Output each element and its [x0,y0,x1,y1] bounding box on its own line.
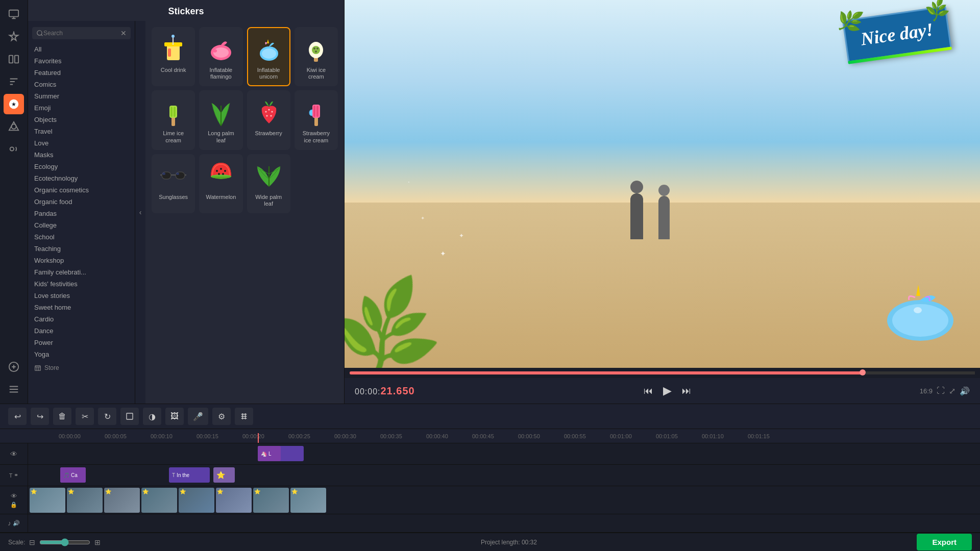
sidebar-icon-motion[interactable] [4,139,24,159]
video-thumb-3[interactable]: ⭐ [104,488,140,513]
category-yoga[interactable]: Yoga [28,348,135,360]
category-college[interactable]: College [28,219,135,231]
audio-clip-ca[interactable]: 🎵 Ca [60,467,86,483]
text-clip-inthe[interactable]: T In the [169,467,210,483]
sidebar-icon-shapes[interactable] [4,116,24,137]
sticker-sunglasses[interactable]: Sunglasses [152,154,195,213]
sidebar-icon-transitions[interactable] [4,49,24,69]
category-featured[interactable]: Featured [28,67,135,79]
category-workshop[interactable]: Workshop [28,255,135,266]
ruler-mark-35: 00:00:35 [380,433,426,439]
video-track-eye-icon[interactable]: 👁 [11,492,17,500]
sidebar-icon-magic[interactable] [4,27,24,47]
category-emoji[interactable]: Emoji [28,102,135,114]
sticker-cool-drink[interactable]: Cool drink [152,27,195,86]
effects-button[interactable] [235,408,253,425]
video-thumb-1[interactable]: ⭐ [30,488,65,513]
ruler-mark-105: 00:01:05 [656,433,702,439]
mic-button[interactable]: 🎤 [188,408,208,425]
category-all[interactable]: All [28,43,135,55]
category-organic-cosmetics[interactable]: Organic cosmetics [28,184,135,196]
category-cardio[interactable]: Cardio [28,313,135,325]
category-love[interactable]: Love [28,137,135,149]
sticker-inflatable-flamingo[interactable]: Inflatable flamingo [199,27,242,86]
play-button[interactable]: ▶ [661,382,674,399]
video-thumb-4[interactable]: ⭐ [141,488,177,513]
sidebar-icon-stickers[interactable]: ★ [4,94,24,114]
skip-to-end-button[interactable]: ⏭ [680,384,693,398]
progress-track[interactable] [350,371,975,374]
sticker-strawberry[interactable]: Strawberry [247,90,290,149]
sidebar-icon-lines[interactable] [4,379,24,399]
audio-volume-icon[interactable]: 🔊 [13,520,20,527]
sticker-watermelon[interactable]: Watermelon [199,154,242,213]
cut-button[interactable]: ✂ [76,408,94,425]
category-family[interactable]: Family celebrati... [28,266,135,278]
audio-track-content [28,514,980,532]
sticker-lime-ice-cream-label: Lime ice cream [158,130,189,143]
category-power[interactable]: Power [28,337,135,348]
category-objects[interactable]: Objects [28,114,135,126]
search-clear-button[interactable]: ✕ [120,29,127,37]
crop-button[interactable] [120,408,139,425]
redo-button[interactable]: ↪ [31,408,49,425]
category-kids[interactable]: Kids' festivities [28,278,135,290]
video-thumb-6[interactable]: ⭐ [216,488,252,513]
sticker-lime-ice-cream[interactable]: Lime ice cream [152,90,195,149]
category-ecology[interactable]: Ecology [28,161,135,172]
category-organic-food[interactable]: Organic food [28,196,135,208]
progress-bar[interactable] [345,368,980,378]
video-thumb-8[interactable]: ⭐ [290,488,326,513]
category-school[interactable]: School [28,231,135,243]
sidebar-icon-text[interactable] [4,71,24,92]
fullscreen-button[interactable]: ⛶ [937,386,945,395]
search-input[interactable] [43,30,120,37]
sticker-kiwi-ice-cream[interactable]: Kiwi ice cream [295,27,338,86]
category-dance[interactable]: Dance [28,325,135,337]
store-button[interactable]: Store [28,360,135,375]
expand-button[interactable]: ⤢ [949,386,955,396]
video-track-lock-icon[interactable]: 🔒 [10,502,17,508]
category-masks[interactable]: Masks [28,149,135,161]
rotate-button[interactable]: ↻ [98,408,116,425]
volume-button[interactable]: 🔊 [960,386,970,396]
category-comics[interactable]: Comics [28,79,135,90]
sticker-strawberry-ice-cream-image [302,96,330,127]
video-thumb-5[interactable]: ⭐ [179,488,214,513]
sticker-wide-palm-leaf[interactable]: Wide palm leaf [247,154,290,213]
video-thumb-7[interactable]: ⭐ [253,488,289,513]
scale-slider[interactable] [39,538,90,546]
star-clip[interactable]: ⭐ [213,467,235,483]
undo-button[interactable]: ↩ [8,408,27,425]
category-love-stories[interactable]: Love stories [28,290,135,302]
sidebar-icon-plus[interactable] [4,357,24,377]
category-list: ✕ All Favorites Featured Comics Summer E… [28,21,135,404]
category-ecotechnology[interactable]: Ecotechnology [28,172,135,184]
category-favorites[interactable]: Favorites [28,55,135,67]
store-icon [34,364,41,371]
export-button[interactable]: Export [917,534,972,550]
skip-to-start-button[interactable]: ⏮ [642,384,655,398]
sticker-panel: Stickers ✕ All Favorites Featured Comics… [28,0,345,404]
track-eye-icon[interactable]: 👁 [10,450,17,458]
project-length-display: Project length: 00:32 [481,539,537,546]
category-travel[interactable]: Travel [28,126,135,137]
category-summer[interactable]: Summer [28,90,135,102]
sticker-strawberry-ice-cream[interactable]: Strawberry ice cream [295,90,338,149]
svg-point-6 [11,124,16,129]
settings-button[interactable]: ⚙ [212,408,231,425]
category-teaching[interactable]: Teaching [28,243,135,255]
video-thumb-2[interactable]: ⭐ [67,488,103,513]
brightness-button[interactable]: ◑ [143,408,161,425]
sticker-inflatable-unicorn[interactable]: Inflatable unicorn [247,27,290,86]
progress-thumb[interactable] [860,369,866,375]
search-bar[interactable]: ✕ [32,27,131,39]
category-pandas[interactable]: Pandas [28,208,135,219]
category-sweet-home[interactable]: Sweet home [28,302,135,313]
delete-button[interactable]: 🗑 [53,408,71,425]
image-button[interactable]: 🖼 [165,408,184,425]
scroll-left-button[interactable]: ‹ [135,21,145,404]
sticker-clip-l[interactable]: 🦄 L [258,446,281,461]
sticker-long-palm-leaf[interactable]: Long palm leaf [199,90,242,149]
sidebar-icon-media[interactable] [4,4,24,24]
